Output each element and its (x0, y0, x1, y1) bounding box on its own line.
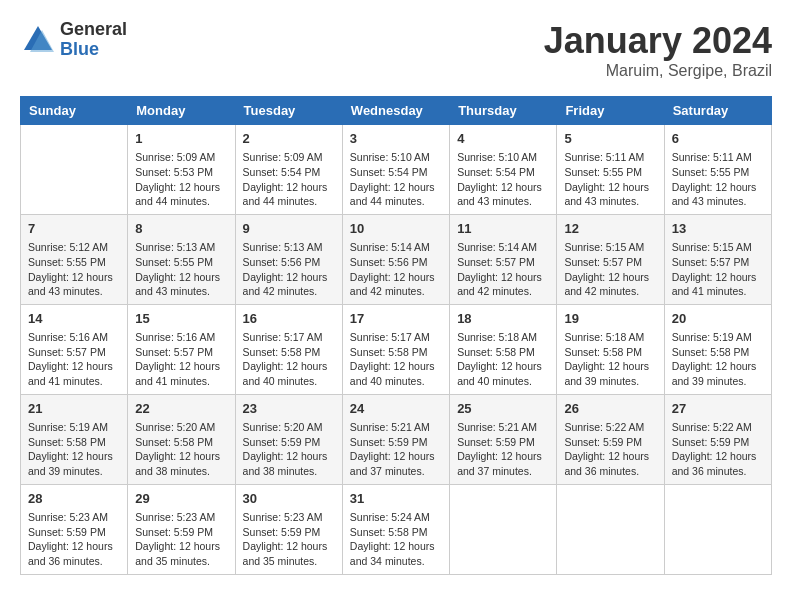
day-info: Sunrise: 5:23 AMSunset: 5:59 PMDaylight:… (243, 510, 335, 569)
day-number: 14 (28, 310, 120, 328)
day-number: 31 (350, 490, 442, 508)
table-row: 19Sunrise: 5:18 AMSunset: 5:58 PMDayligh… (557, 304, 664, 394)
day-info: Sunrise: 5:10 AMSunset: 5:54 PMDaylight:… (350, 150, 442, 209)
day-number: 29 (135, 490, 227, 508)
table-row: 18Sunrise: 5:18 AMSunset: 5:58 PMDayligh… (450, 304, 557, 394)
logo: General Blue (20, 20, 127, 60)
table-row: 30Sunrise: 5:23 AMSunset: 5:59 PMDayligh… (235, 484, 342, 574)
logo-text: General Blue (60, 20, 127, 60)
table-row: 11Sunrise: 5:14 AMSunset: 5:57 PMDayligh… (450, 214, 557, 304)
day-info: Sunrise: 5:17 AMSunset: 5:58 PMDaylight:… (243, 330, 335, 389)
logo-general-label: General (60, 20, 127, 40)
day-number: 26 (564, 400, 656, 418)
table-row: 4Sunrise: 5:10 AMSunset: 5:54 PMDaylight… (450, 125, 557, 215)
day-info: Sunrise: 5:11 AMSunset: 5:55 PMDaylight:… (672, 150, 764, 209)
day-info: Sunrise: 5:24 AMSunset: 5:58 PMDaylight:… (350, 510, 442, 569)
title-block: January 2024 Maruim, Sergipe, Brazil (544, 20, 772, 80)
col-sunday: Sunday (21, 97, 128, 125)
table-row: 10Sunrise: 5:14 AMSunset: 5:56 PMDayligh… (342, 214, 449, 304)
day-info: Sunrise: 5:23 AMSunset: 5:59 PMDaylight:… (135, 510, 227, 569)
page-header: General Blue January 2024 Maruim, Sergip… (20, 20, 772, 80)
location-title: Maruim, Sergipe, Brazil (544, 62, 772, 80)
day-info: Sunrise: 5:10 AMSunset: 5:54 PMDaylight:… (457, 150, 549, 209)
col-thursday: Thursday (450, 97, 557, 125)
day-info: Sunrise: 5:23 AMSunset: 5:59 PMDaylight:… (28, 510, 120, 569)
day-number: 25 (457, 400, 549, 418)
col-saturday: Saturday (664, 97, 771, 125)
day-number: 15 (135, 310, 227, 328)
day-number: 9 (243, 220, 335, 238)
logo-blue-label: Blue (60, 40, 127, 60)
day-info: Sunrise: 5:21 AMSunset: 5:59 PMDaylight:… (350, 420, 442, 479)
day-info: Sunrise: 5:20 AMSunset: 5:59 PMDaylight:… (243, 420, 335, 479)
table-row: 13Sunrise: 5:15 AMSunset: 5:57 PMDayligh… (664, 214, 771, 304)
day-info: Sunrise: 5:15 AMSunset: 5:57 PMDaylight:… (564, 240, 656, 299)
table-row: 9Sunrise: 5:13 AMSunset: 5:56 PMDaylight… (235, 214, 342, 304)
table-row: 3Sunrise: 5:10 AMSunset: 5:54 PMDaylight… (342, 125, 449, 215)
day-info: Sunrise: 5:13 AMSunset: 5:56 PMDaylight:… (243, 240, 335, 299)
table-row: 25Sunrise: 5:21 AMSunset: 5:59 PMDayligh… (450, 394, 557, 484)
day-number: 21 (28, 400, 120, 418)
day-number: 18 (457, 310, 549, 328)
day-number: 10 (350, 220, 442, 238)
calendar-week-row: 21Sunrise: 5:19 AMSunset: 5:58 PMDayligh… (21, 394, 772, 484)
day-number: 3 (350, 130, 442, 148)
day-number: 16 (243, 310, 335, 328)
table-row: 24Sunrise: 5:21 AMSunset: 5:59 PMDayligh… (342, 394, 449, 484)
table-row: 27Sunrise: 5:22 AMSunset: 5:59 PMDayligh… (664, 394, 771, 484)
day-number: 6 (672, 130, 764, 148)
day-info: Sunrise: 5:22 AMSunset: 5:59 PMDaylight:… (564, 420, 656, 479)
table-row: 12Sunrise: 5:15 AMSunset: 5:57 PMDayligh… (557, 214, 664, 304)
day-info: Sunrise: 5:22 AMSunset: 5:59 PMDaylight:… (672, 420, 764, 479)
day-info: Sunrise: 5:19 AMSunset: 5:58 PMDaylight:… (28, 420, 120, 479)
table-row: 15Sunrise: 5:16 AMSunset: 5:57 PMDayligh… (128, 304, 235, 394)
day-number: 11 (457, 220, 549, 238)
day-info: Sunrise: 5:09 AMSunset: 5:53 PMDaylight:… (135, 150, 227, 209)
table-row: 2Sunrise: 5:09 AMSunset: 5:54 PMDaylight… (235, 125, 342, 215)
day-number: 7 (28, 220, 120, 238)
day-info: Sunrise: 5:19 AMSunset: 5:58 PMDaylight:… (672, 330, 764, 389)
table-row: 26Sunrise: 5:22 AMSunset: 5:59 PMDayligh… (557, 394, 664, 484)
calendar-week-row: 14Sunrise: 5:16 AMSunset: 5:57 PMDayligh… (21, 304, 772, 394)
table-row: 28Sunrise: 5:23 AMSunset: 5:59 PMDayligh… (21, 484, 128, 574)
calendar-table: Sunday Monday Tuesday Wednesday Thursday… (20, 96, 772, 575)
table-row: 21Sunrise: 5:19 AMSunset: 5:58 PMDayligh… (21, 394, 128, 484)
table-row: 8Sunrise: 5:13 AMSunset: 5:55 PMDaylight… (128, 214, 235, 304)
table-row: 16Sunrise: 5:17 AMSunset: 5:58 PMDayligh… (235, 304, 342, 394)
day-info: Sunrise: 5:14 AMSunset: 5:56 PMDaylight:… (350, 240, 442, 299)
calendar-header-row: Sunday Monday Tuesday Wednesday Thursday… (21, 97, 772, 125)
table-row: 5Sunrise: 5:11 AMSunset: 5:55 PMDaylight… (557, 125, 664, 215)
day-info: Sunrise: 5:18 AMSunset: 5:58 PMDaylight:… (564, 330, 656, 389)
day-number: 1 (135, 130, 227, 148)
table-row: 22Sunrise: 5:20 AMSunset: 5:58 PMDayligh… (128, 394, 235, 484)
day-number: 30 (243, 490, 335, 508)
day-number: 13 (672, 220, 764, 238)
day-number: 19 (564, 310, 656, 328)
day-number: 23 (243, 400, 335, 418)
col-friday: Friday (557, 97, 664, 125)
table-row: 20Sunrise: 5:19 AMSunset: 5:58 PMDayligh… (664, 304, 771, 394)
day-info: Sunrise: 5:15 AMSunset: 5:57 PMDaylight:… (672, 240, 764, 299)
day-info: Sunrise: 5:20 AMSunset: 5:58 PMDaylight:… (135, 420, 227, 479)
day-number: 8 (135, 220, 227, 238)
col-monday: Monday (128, 97, 235, 125)
day-number: 28 (28, 490, 120, 508)
day-number: 22 (135, 400, 227, 418)
table-row: 7Sunrise: 5:12 AMSunset: 5:55 PMDaylight… (21, 214, 128, 304)
table-row (21, 125, 128, 215)
day-info: Sunrise: 5:12 AMSunset: 5:55 PMDaylight:… (28, 240, 120, 299)
day-info: Sunrise: 5:09 AMSunset: 5:54 PMDaylight:… (243, 150, 335, 209)
day-number: 5 (564, 130, 656, 148)
day-number: 2 (243, 130, 335, 148)
calendar-week-row: 28Sunrise: 5:23 AMSunset: 5:59 PMDayligh… (21, 484, 772, 574)
day-number: 12 (564, 220, 656, 238)
table-row (557, 484, 664, 574)
table-row: 6Sunrise: 5:11 AMSunset: 5:55 PMDaylight… (664, 125, 771, 215)
col-tuesday: Tuesday (235, 97, 342, 125)
col-wednesday: Wednesday (342, 97, 449, 125)
table-row: 17Sunrise: 5:17 AMSunset: 5:58 PMDayligh… (342, 304, 449, 394)
day-number: 17 (350, 310, 442, 328)
logo-icon (20, 22, 56, 58)
table-row (664, 484, 771, 574)
table-row: 31Sunrise: 5:24 AMSunset: 5:58 PMDayligh… (342, 484, 449, 574)
